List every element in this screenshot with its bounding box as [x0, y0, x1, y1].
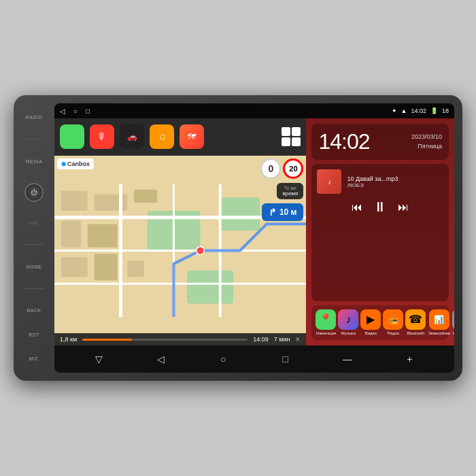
map-background: [54, 156, 306, 345]
divider-3: [24, 288, 44, 289]
home-nav-icon[interactable]: ○: [73, 107, 78, 115]
nav-instruction: То же время: [277, 183, 303, 199]
nav-bottom-bar: 1,8 км 14:09 7 мин ✕: [54, 333, 306, 345]
car-headunit: RADIO MEDIA ⏻ VOL HOME BACK RST MIC ◁ ○ …: [14, 95, 462, 381]
close-route-btn[interactable]: ✕: [295, 336, 301, 343]
dist-remaining: 1,8 км: [60, 336, 77, 343]
music-app-label: Музыка: [341, 331, 356, 336]
bottom-minus-btn[interactable]: —: [337, 349, 358, 369]
video-app-label: Видео: [365, 331, 377, 336]
current-speed: 0: [260, 158, 281, 179]
battery-icon: 🔋: [430, 107, 438, 114]
bottom-nav-back[interactable]: ◁: [151, 349, 171, 369]
eq-app-label: Эквалайзер: [428, 331, 450, 336]
rst-label: RST: [29, 333, 39, 337]
home-label: HOME: [27, 265, 42, 269]
route-progress: [82, 339, 248, 341]
app-drawer: 📍 Навигация ♪ Музыка ▶ Видео 📻: [311, 305, 449, 340]
speed-limit: 20: [283, 158, 303, 179]
prev-button[interactable]: ⏮: [352, 201, 362, 214]
track-artist: ЛЮБЭ: [347, 182, 443, 188]
app-grid: 📍 Навигация ♪ Музыка ▶ Видео 📻: [316, 309, 445, 336]
bottom-plus-btn[interactable]: +: [399, 349, 420, 369]
video-app-icon: ▶: [360, 309, 381, 330]
maps-icon[interactable]: 🗺: [180, 124, 204, 149]
media-label: MEDIA: [26, 159, 43, 164]
clock-time: 14:02: [318, 129, 369, 154]
bottom-recent-btn[interactable]: □: [275, 349, 296, 369]
bottom-nav: ▽ ◁ ○ □ — +: [54, 345, 454, 373]
progress-fill: [82, 339, 132, 341]
eta-duration: 7 мин: [274, 336, 290, 343]
track-name: 10 Давай за...mp3: [347, 175, 443, 182]
eq-app-icon: 📊: [429, 309, 449, 330]
canbox-logo: ⬢ Canbox: [57, 158, 94, 169]
vol-label: VOL: [29, 221, 39, 225]
clock-date: 2023/03/10 Пятница: [411, 133, 442, 151]
grid-menu[interactable]: [282, 127, 301, 146]
music-player: ♪ 10 Давай за...mp3 ЛЮБЭ ⏮ ⏸ ⏭: [311, 164, 449, 301]
app-video[interactable]: ▶ Видео: [360, 309, 381, 336]
bottom-back-btn[interactable]: ▽: [89, 349, 109, 369]
nav-distance: ↱ 10 м: [262, 203, 304, 221]
nav-overlay-top: ⬢ Canbox 0 20: [57, 158, 303, 179]
back-nav-icon[interactable]: ◁: [60, 107, 65, 115]
right-panel: 14:02 2023/03/10 Пятница ♪ 10 Давай за..…: [306, 118, 454, 345]
settings-app-label: Настройки: [453, 331, 454, 336]
turn-arrow-icon: ↱: [269, 207, 277, 218]
bluetooth-app-label: Bluetooth: [407, 331, 424, 336]
nav-buttons: ◁ ○ □: [60, 107, 90, 115]
screen: ◁ ○ □ ✦ ▲ 14:02 🔋 18: [54, 103, 454, 373]
play-pause-button[interactable]: ⏸: [373, 199, 387, 215]
instruction-label: То же: [282, 186, 298, 190]
app-equalizer[interactable]: 📊 Эквалайзер: [428, 309, 450, 336]
arrival-time: 14:09: [253, 336, 269, 343]
left-controls: RADIO MEDIA ⏻ VOL HOME BACK RST MIC: [14, 95, 54, 381]
battery-level: 18: [442, 107, 449, 114]
recent-nav-icon[interactable]: □: [86, 107, 90, 115]
power-knob[interactable]: ⏻: [24, 183, 44, 202]
distance-text: 10 м: [279, 207, 297, 217]
svg-rect-11: [187, 271, 233, 304]
mic-label: MIC: [29, 356, 39, 361]
app-music[interactable]: ♪ Музыка: [338, 309, 358, 336]
next-button[interactable]: ⏭: [398, 201, 409, 214]
album-art-icon: ♪: [328, 178, 331, 186]
instruction-text: время: [282, 190, 298, 197]
track-info: ♪ 10 Давай за...mp3 ЛЮБЭ: [317, 169, 443, 194]
main-content: 🎙 🚗 ♫ 🗺: [54, 118, 454, 345]
svg-rect-6: [61, 257, 88, 277]
radio-label: RADIO: [26, 115, 43, 120]
svg-rect-3: [134, 190, 157, 203]
app-navigation[interactable]: 📍 Навигация: [316, 309, 336, 336]
svg-rect-7: [94, 254, 117, 280]
navigation-label: Навигация: [316, 331, 337, 336]
bottom-home-btn[interactable]: ○: [213, 349, 233, 369]
track-text: 10 Давай за...mp3 ЛЮБЭ: [347, 175, 443, 188]
signal-icon: ▲: [401, 107, 407, 114]
carplay-apple-icon[interactable]: [60, 124, 84, 149]
radio-app-label: Радио: [388, 331, 399, 336]
car-icon[interactable]: 🚗: [120, 124, 144, 149]
bluetooth-status-icon: ✦: [392, 107, 397, 114]
podcast-icon[interactable]: 🎙: [90, 124, 114, 149]
power-icon: ⏻: [31, 188, 37, 196]
navigation-icon: 📍: [316, 309, 336, 330]
album-art: ♪: [317, 169, 341, 194]
divider-2: [24, 244, 44, 245]
status-bar: ◁ ○ □ ✦ ▲ 14:02 🔋 18: [54, 103, 454, 118]
app-bluetooth[interactable]: ☎ Bluetooth: [405, 309, 426, 336]
time-display: 14:02: [411, 107, 426, 114]
playback-controls: ⏮ ⏸ ⏭: [317, 199, 443, 215]
clock-widget: 14:02 2023/03/10 Пятница: [311, 124, 449, 160]
left-panel: 🎙 🚗 ♫ 🗺: [54, 118, 306, 345]
app-settings[interactable]: ⚙ Настройки: [452, 309, 454, 336]
app-radio[interactable]: 📻 Радио: [383, 309, 403, 336]
svg-rect-8: [127, 260, 143, 277]
bluetooth-app-icon: ☎: [405, 309, 426, 330]
svg-rect-1: [61, 191, 88, 211]
map-area: ⬢ Canbox 0 20 То же: [54, 156, 306, 345]
svg-rect-5: [88, 224, 118, 248]
divider-1: [24, 139, 44, 139]
music-icon[interactable]: ♫: [150, 124, 174, 149]
